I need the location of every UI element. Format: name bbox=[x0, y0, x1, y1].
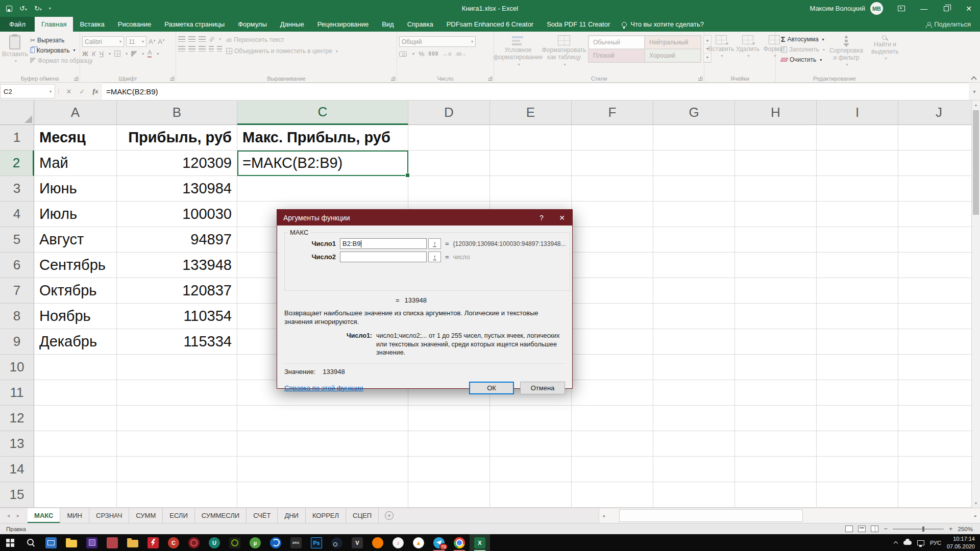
normal-view-icon[interactable] bbox=[845, 525, 853, 532]
minimize-button[interactable]: — bbox=[913, 0, 935, 17]
taskbar-icon-itunes[interactable]: ♪ bbox=[388, 534, 408, 551]
cell-C2[interactable]: =МАКС(B2:B9) bbox=[237, 151, 408, 176]
insert-function-button[interactable]: fx bbox=[89, 83, 102, 100]
sheet-tab-КОРРЕЛ[interactable]: КОРРЕЛ bbox=[306, 508, 346, 523]
cell-G4[interactable] bbox=[653, 202, 735, 227]
cell-D14[interactable] bbox=[408, 457, 490, 482]
cell-B6[interactable]: 133948 bbox=[117, 253, 237, 278]
network-icon[interactable] bbox=[917, 540, 924, 545]
vertical-scrollbar[interactable]: ▴ ▾ bbox=[971, 101, 980, 508]
cell-F1[interactable] bbox=[572, 125, 653, 151]
cell-F12[interactable] bbox=[572, 406, 653, 431]
row-header-10[interactable]: 10 bbox=[0, 355, 34, 380]
cell-G13[interactable] bbox=[653, 431, 735, 457]
cell-H3[interactable] bbox=[735, 176, 817, 202]
cancel-button[interactable]: Отмена bbox=[520, 382, 565, 394]
taskbar-icon-red-circle-app[interactable] bbox=[184, 534, 204, 551]
cell-J15[interactable] bbox=[898, 482, 980, 508]
arg2-input[interactable] bbox=[340, 252, 427, 262]
cell-A6[interactable]: Сентябрь bbox=[34, 253, 117, 278]
cell-I5[interactable] bbox=[817, 227, 898, 253]
vertical-scroll-thumb[interactable] bbox=[973, 110, 979, 215]
cell-I3[interactable] bbox=[817, 176, 898, 202]
arg1-input[interactable]: B2:B9 bbox=[340, 238, 427, 249]
cell-E12[interactable] bbox=[490, 406, 572, 431]
tab-Вид[interactable]: Вид bbox=[375, 17, 401, 32]
sort-filter-button[interactable]: АЯ Сортировка и фильтр▾ bbox=[829, 35, 864, 74]
cell-G1[interactable] bbox=[653, 125, 735, 151]
cell-B7[interactable]: 120837 bbox=[117, 278, 237, 304]
cell-G2[interactable] bbox=[653, 151, 735, 176]
row-header-12[interactable]: 12 bbox=[0, 406, 34, 431]
cell-C3[interactable] bbox=[237, 176, 408, 202]
taskbar-icon-start[interactable] bbox=[0, 534, 20, 551]
cell-J3[interactable] bbox=[898, 176, 980, 202]
column-header-G[interactable]: G bbox=[653, 101, 735, 125]
cancel-formula-button[interactable]: ✕ bbox=[62, 83, 76, 100]
delete-cells-button[interactable]: Удалить▾ bbox=[736, 35, 760, 74]
cell-H4[interactable] bbox=[735, 202, 817, 227]
taskbar-icon-excel[interactable]: X bbox=[470, 534, 490, 551]
cell-J5[interactable] bbox=[898, 227, 980, 253]
zoom-in-button[interactable]: + bbox=[949, 525, 953, 533]
enter-formula-button[interactable]: ✓ bbox=[76, 83, 89, 100]
decrease-indent-icon[interactable] bbox=[209, 46, 214, 52]
cell-G14[interactable] bbox=[653, 457, 735, 482]
cell-C15[interactable] bbox=[237, 482, 408, 508]
taskbar-icon-chrome[interactable] bbox=[449, 534, 470, 551]
taskbar-icon-epic-games[interactable]: EPIC bbox=[286, 534, 306, 551]
cell-F2[interactable] bbox=[572, 151, 653, 176]
cell-J14[interactable] bbox=[898, 457, 980, 482]
cell-H11[interactable] bbox=[735, 380, 817, 406]
taskbar-icon-media-app[interactable] bbox=[102, 534, 122, 551]
select-all-corner[interactable] bbox=[0, 101, 34, 125]
fill-color-icon[interactable] bbox=[131, 51, 137, 57]
taskbar-icon-firefox[interactable] bbox=[368, 534, 388, 551]
save-icon[interactable] bbox=[6, 6, 12, 12]
language-indicator[interactable]: РУС bbox=[930, 540, 941, 546]
column-header-A[interactable]: A bbox=[34, 101, 117, 125]
cell-I1[interactable] bbox=[817, 125, 898, 151]
cell-J8[interactable] bbox=[898, 304, 980, 329]
page-break-view-icon[interactable] bbox=[871, 525, 878, 532]
cell-A1[interactable]: Месяц bbox=[34, 125, 117, 151]
dialog-launcher-icon[interactable] bbox=[74, 77, 78, 81]
column-header-E[interactable]: E bbox=[490, 101, 572, 125]
align-right-icon[interactable] bbox=[199, 46, 206, 52]
ok-button[interactable]: ОК bbox=[469, 382, 514, 394]
cell-G12[interactable] bbox=[653, 406, 735, 431]
cell-A2[interactable]: Май bbox=[34, 151, 117, 176]
scroll-left-icon[interactable]: ◂ bbox=[599, 508, 608, 523]
cell-H6[interactable] bbox=[735, 253, 817, 278]
cell-A14[interactable] bbox=[34, 457, 117, 482]
fill-button[interactable]: ↓Заполнить▾ bbox=[781, 45, 825, 54]
cell-B5[interactable]: 94897 bbox=[117, 227, 237, 253]
cell-B15[interactable] bbox=[117, 482, 237, 508]
conditional-formatting-button[interactable]: Условное форматирование▾ bbox=[496, 35, 540, 67]
taskbar-icon-photoshop[interactable]: Ps bbox=[306, 534, 327, 551]
zoom-level[interactable]: 250% bbox=[958, 526, 973, 532]
column-header-J[interactable]: J bbox=[898, 101, 980, 125]
clear-button[interactable]: Очистить▾ bbox=[781, 56, 825, 64]
cell-B14[interactable] bbox=[117, 457, 237, 482]
cell-J11[interactable] bbox=[898, 380, 980, 406]
taskbar-icon-telegram[interactable]: 79 bbox=[429, 534, 449, 551]
sheet-tab-МИН[interactable]: МИН bbox=[60, 508, 89, 523]
align-top-icon[interactable] bbox=[178, 36, 185, 42]
borders-icon[interactable] bbox=[114, 51, 120, 57]
cell-J6[interactable] bbox=[898, 253, 980, 278]
customize-qat-icon[interactable]: ▾ bbox=[49, 7, 51, 11]
restore-button[interactable] bbox=[935, 0, 958, 17]
cell-F15[interactable] bbox=[572, 482, 653, 508]
cell-F14[interactable] bbox=[572, 457, 653, 482]
tab-Рисование[interactable]: Рисование bbox=[111, 17, 158, 32]
cell-style-Хороший[interactable]: Хороший bbox=[645, 49, 701, 62]
name-box[interactable]: C2 ▾ bbox=[0, 84, 55, 98]
row-header-9[interactable]: 9 bbox=[0, 329, 34, 355]
tab-Вставка[interactable]: Вставка bbox=[73, 17, 111, 32]
scroll-right-icon[interactable]: ▸ bbox=[971, 508, 980, 523]
cell-G8[interactable] bbox=[653, 304, 735, 329]
cell-H12[interactable] bbox=[735, 406, 817, 431]
dialog-launcher-icon[interactable] bbox=[391, 77, 395, 81]
cell-J10[interactable] bbox=[898, 355, 980, 380]
